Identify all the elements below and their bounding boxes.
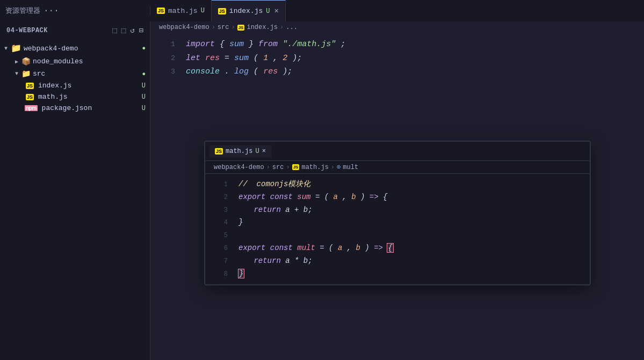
peek-line-6: 6 export const mult = ( a , b ) <box>205 242 590 255</box>
tab-index-label: index.js <box>229 7 263 15</box>
line-num-1: 1 <box>159 39 175 50</box>
fn-sum-call: sum <box>234 54 249 63</box>
code-text-1: import { sum } from "./math.js" ; <box>186 38 345 52</box>
peek-code-area: 1 // comonjs模块化 2 export const <box>205 174 590 284</box>
peek-ln-5: 5 <box>212 230 228 241</box>
peek-line-5: 5 <box>205 229 590 242</box>
folder-icon-src: 📁 <box>21 69 31 78</box>
peek-ln-2: 2 <box>212 192 228 203</box>
sidebar-header-area: 资源管理器 ··· <box>0 6 150 16</box>
tab-math-label: math.js <box>168 7 198 15</box>
js-badge-breadcrumb: JS <box>237 25 245 31</box>
peek-ln-7: 7 <box>212 256 228 267</box>
breadcrumb-dots: ... <box>286 24 298 31</box>
line-num-2: 2 <box>159 53 175 64</box>
code-text-2: let res = sum ( 1 , 2 ); <box>186 52 302 65</box>
dot-webpack4-demo: ● <box>142 45 146 52</box>
tree-item-src[interactable]: ▼ 📁 src ● <box>0 68 150 80</box>
peek-ct-5 <box>238 229 243 242</box>
tab-bar: 资源管理器 ··· JS math.js U JS index.js U × <box>0 0 644 21</box>
peek-ct-1: // comonjs模块化 <box>238 178 310 191</box>
peek-ct-8: } <box>238 268 244 281</box>
peek-ln-3: 3 <box>212 205 228 216</box>
peek-close-icon[interactable]: × <box>262 148 266 155</box>
tabs-container: JS math.js U JS index.js U × <box>150 0 644 21</box>
tab-math-js[interactable]: JS math.js U <box>150 0 212 21</box>
tab-index-close[interactable]: × <box>274 7 278 16</box>
code-line-1: 1 import { sum } from "./math.js" ; <box>150 38 644 52</box>
js-icon-index-file: JS <box>26 83 34 89</box>
comment-cjk: // comonjs模块化 <box>238 180 310 188</box>
kw-from: from <box>258 40 278 49</box>
peek-bc-func: mult <box>343 164 358 171</box>
peek-ln-8: 8 <box>212 269 228 280</box>
label-index-js: index.js <box>38 82 140 90</box>
peek-func-icon: ⊙ <box>337 163 341 171</box>
sidebar-project-header: 04-WEBPACK ⬚ ⬚ ↺ ⊟ <box>0 21 150 39</box>
peek-breadcrumb: webpack4-demo › src › JS math.js › ⊙ mul… <box>205 161 590 174</box>
peek-window: JS math.js U × webpack4-demo › src › JS … <box>204 141 591 285</box>
var-res: res <box>205 54 220 63</box>
num-2: 2 <box>283 54 287 63</box>
peek-ct-3: return a + b; <box>238 204 313 217</box>
tree-item-index-js[interactable]: JS index.js U <box>0 80 150 91</box>
sidebar: 04-WEBPACK ⬚ ⬚ ↺ ⊟ ▼ 📁 webpack4-demo ● ▶… <box>0 21 150 360</box>
highlight-open-brace: { <box>387 244 393 252</box>
refresh-icon[interactable]: ↺ <box>130 26 134 35</box>
code-text-3: console . log ( res ); <box>186 65 292 79</box>
tab-math-badge: U <box>201 7 205 14</box>
label-package-json: package.json <box>42 104 140 112</box>
peek-js-badge: JS <box>292 164 300 170</box>
peek-tab-label: math.js <box>226 148 252 155</box>
project-title: 04-WEBPACK <box>6 27 48 34</box>
peek-ct-6: export const mult = ( a , b ) => <box>238 242 393 255</box>
npm-icon-pkg: npm <box>25 105 38 111</box>
sep2: › <box>231 24 235 31</box>
sidebar-actions: ⬚ ⬚ ↺ ⊟ <box>112 26 143 35</box>
peek-tab-bar: JS math.js U × <box>205 142 590 161</box>
js-icon-math-file: JS <box>26 94 34 100</box>
tree-item-package-json[interactable]: npm package.json U <box>0 102 150 114</box>
label-node-modules: node_modules <box>33 57 146 65</box>
str-mathjs: "./math.js" <box>283 40 336 49</box>
peek-line-4: 4 } <box>205 216 590 229</box>
peek-tab-math[interactable]: JS math.js U × <box>209 145 271 157</box>
badge-package-json: U <box>142 105 146 112</box>
tab-index-js[interactable]: JS index.js U × <box>212 0 286 21</box>
arrow-webpack4-demo: ▼ <box>4 46 8 52</box>
peek-bc-src: src <box>272 164 284 171</box>
peek-js-icon: JS <box>215 148 223 155</box>
arrow-src: ▼ <box>15 71 18 77</box>
new-file-icon[interactable]: ⬚ <box>112 26 117 35</box>
fn-sum: sum <box>229 40 244 49</box>
prop-console: console <box>186 67 220 76</box>
editor-area: webpack4-demo › src › JS index.js › ... … <box>150 21 644 360</box>
main-area: 04-WEBPACK ⬚ ⬚ ↺ ⊟ ▼ 📁 webpack4-demo ● ▶… <box>0 21 644 360</box>
tree-item-webpack4-demo[interactable]: ▼ 📁 webpack4-demo ● <box>0 41 150 55</box>
dot-src: ● <box>142 71 146 77</box>
tree-item-math-js[interactable]: JS math.js U <box>0 91 150 102</box>
file-tree: ▼ 📁 webpack4-demo ● ▶ 📦 node_modules ▼ 📁… <box>0 39 150 116</box>
code-editor[interactable]: 1 import { sum } from "./math.js" ; 2 le… <box>150 33 644 360</box>
peek-ct-4: } <box>238 216 243 229</box>
peek-sep3: › <box>331 164 335 171</box>
peek-line-2: 2 export const sum = ( a , b ) <box>205 191 590 204</box>
collapse-icon[interactable]: ⊟ <box>139 26 143 35</box>
peek-ln-6: 6 <box>212 243 228 254</box>
folder-icon-node-modules: 📦 <box>21 57 31 66</box>
peek-bc-file: math.js <box>301 164 328 171</box>
highlight-close-brace: } <box>238 269 244 278</box>
peek-sep2: › <box>286 164 290 171</box>
peek-ct-2: export const sum = ( a , b ) => { <box>238 191 387 204</box>
peek-line-3: 3 return a + b; <box>205 204 590 217</box>
tree-item-node-modules[interactable]: ▶ 📦 node_modules <box>0 55 150 68</box>
folder-icon-webpack4-demo: 📁 <box>11 43 21 54</box>
explorer-more-icon[interactable]: ··· <box>44 6 59 16</box>
breadcrumb-project: webpack4-demo <box>159 24 209 31</box>
line-num-3: 3 <box>159 66 175 78</box>
badge-math-js: U <box>142 93 146 101</box>
peek-tab-badge: U <box>255 148 259 155</box>
new-folder-icon[interactable]: ⬚ <box>121 26 126 35</box>
kw-let: let <box>186 54 200 63</box>
sep3: › <box>280 24 284 31</box>
